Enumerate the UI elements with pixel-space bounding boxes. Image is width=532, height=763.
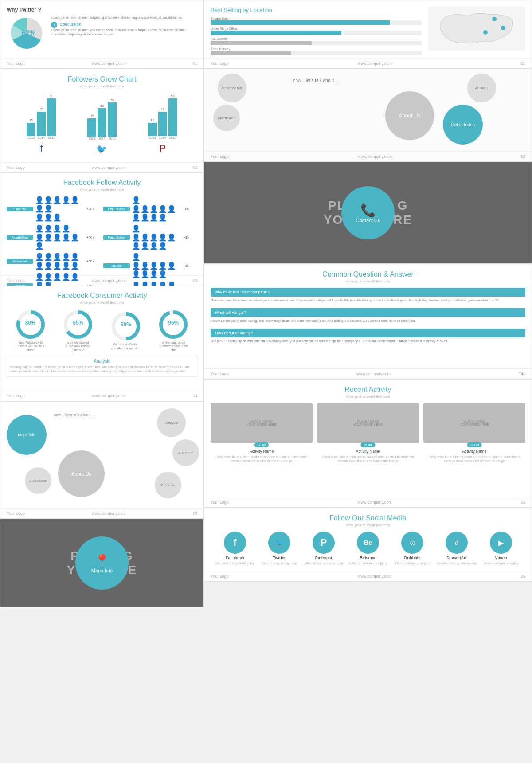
followers-title: Followers Grow Chart	[7, 75, 197, 83]
slide-maps-dark: PL G YOU RE 📍 Maps Info	[0, 519, 204, 607]
bars-row: 35 2013 60 2014 75	[87, 98, 117, 140]
social-sub-twitter: twitter.com/yourcompany	[262, 562, 296, 565]
maps-circle-label: Maps Info	[91, 568, 113, 573]
fb-icons: 👤👤👤👤👤👤👤👤👤👤	[35, 224, 84, 250]
footer-page: 01	[193, 61, 197, 66]
fb-activity-right-col: Republishes 👤👤👤👤👤👤👤👤👤👤 +8k Republishes 👤…	[103, 196, 197, 286]
bar-fill-gray	[211, 51, 291, 55]
footer-page: 05	[521, 500, 525, 505]
svg-point-10	[483, 30, 488, 35]
footer-url: www.company.com	[92, 394, 126, 398]
distribution-bubble-left: Distribution	[25, 467, 51, 494]
activity-cards: PLACE / DRAGYOUR IMAGE HERE 17 Apr Activ…	[211, 403, 525, 463]
donut-80: 80% Your Facebook to Interact with us as…	[15, 309, 46, 352]
bar	[168, 98, 177, 136]
contact-circle: 📞 Contact Us	[341, 186, 395, 239]
bar-label: Flat Elevation	[211, 37, 422, 40]
footer-logo: Your Logo	[211, 61, 229, 66]
social-item-pinterest: P Pinterest pinterest.com/yourcompany	[304, 532, 344, 565]
maps-circle: 📍 Maps Info	[75, 536, 129, 590]
social-item-behance: Be Behance behance.com/yourcompany	[348, 532, 388, 565]
activity-date-1: 17 Apr	[254, 442, 269, 447]
qa-question-3: How about guaranty?	[211, 329, 525, 337]
twitter-title: Why Twitter ?	[7, 7, 197, 13]
social-title: Follow Our Social Media	[211, 514, 525, 522]
fb-label: Purchase	[7, 207, 33, 211]
social-name-facebook: Facebook	[226, 556, 244, 560]
slide-footer: Your Logo www.company.com 02	[204, 151, 532, 161]
social-name-deviantart: DeviantArt	[446, 556, 467, 560]
social-subtitle: write your relevant text here	[211, 523, 525, 527]
bar	[98, 108, 106, 137]
activity-name-1: Activity Name	[249, 449, 274, 454]
footer-url: www.company.com	[358, 61, 392, 66]
footer-logo: Your Logo	[7, 511, 25, 516]
fb-pct: +3k	[183, 235, 196, 239]
analysis-box: Analysis Contrary popular belief, the lo…	[7, 356, 197, 377]
followers-chart: 15 2013 45 2014 98	[7, 94, 197, 154]
fb-row: Interested 👤👤👤👤👤👤👤👤👤👤 +50k	[7, 253, 101, 270]
slide-footer: Your Logo www.company.com 02	[0, 162, 203, 172]
now-talk-text: now... let's talk about ...	[54, 413, 95, 417]
slide-about-left: Maps info About Us now... let's talk abo…	[0, 401, 204, 519]
bar-fill	[211, 31, 341, 35]
fb-pct: +70k	[86, 207, 99, 211]
social-icon-deviantart: ∂	[446, 532, 468, 554]
social-name-vimeo: Vimeo	[495, 556, 507, 560]
bar-list: Sample Data Under Stage Office Flat Elev…	[211, 17, 422, 55]
bar	[87, 118, 96, 137]
bar	[148, 123, 157, 136]
activity-desc-1: Study team have a lorem ipsum color of e…	[211, 455, 313, 463]
social-name-twitter: Twitter	[273, 556, 286, 560]
donut-95: 95% of the population Discover come to b…	[158, 309, 189, 352]
slide-footer: Your Logo www.company.com 01	[204, 58, 532, 68]
analysis-bubble-left: Analysis	[157, 408, 186, 437]
activity-img-3: PLACE / DRAGYOUR IMAGE HERE 06 Oct	[423, 403, 525, 443]
bar	[27, 123, 35, 136]
qa-item-1: why must trust your company ? Since our …	[211, 288, 525, 305]
slide-best-selling: Best Selling by Location Sample Data Und…	[204, 0, 532, 69]
qa-subtitle: write your relevant text here	[211, 279, 525, 283]
bars-row: 15 2013 45 2014 98	[148, 94, 177, 139]
social-icon-vimeo: ▶	[490, 532, 512, 554]
social-sub-dribbble: dribbble.com/yourcompany	[394, 562, 431, 565]
social-grid: f Facebook facebook.com/yourcompany 🐦 Tw…	[211, 532, 525, 565]
footer-url: www.company.com	[358, 500, 392, 505]
fb-activity-left-col: Purchase 👤👤👤👤👤👤👤👤👤👤 +70k Republishes 👤👤👤…	[7, 196, 101, 286]
social-icon-behance: Be	[357, 532, 379, 554]
social-item-dribbble: ⊙ Dribbble dribbble.com/yourcompany	[392, 532, 432, 565]
donut-label: Your Facebook to Interact with us as a b…	[15, 341, 46, 352]
svg-point-8	[492, 17, 497, 21]
social-sub-facebook: facebook.com/yourcompany	[215, 562, 254, 565]
contact-circle-label: Contact Us	[356, 218, 380, 223]
footer-logo: Your Logo	[211, 372, 229, 376]
fb-row: Interest 👤👤👤👤👤👤👤👤👤👤 +1k	[103, 253, 197, 278]
donut-pct: 65%	[73, 320, 83, 326]
bar-track	[211, 20, 422, 25]
bar-track	[211, 31, 422, 35]
bar-item: Sample Data	[211, 17, 422, 25]
analysis-text: Contrary popular belief, the lorem ipsum…	[10, 365, 194, 374]
products-bubble-left: Products	[155, 472, 181, 498]
bar-item: Alcon Hallway	[211, 47, 422, 55]
pinterest-icon: P	[159, 143, 166, 154]
pin-icon: 📍	[94, 553, 110, 568]
bars-row: 15 2013 45 2014 98	[27, 94, 56, 139]
footer-page: 03	[193, 278, 197, 283]
svg-point-9	[501, 26, 505, 30]
footer-url: www.company.com	[358, 574, 392, 579]
activity-card-2: PLACE / DRAGYOUR IMAGE HERE 25 Jun Activ…	[317, 403, 419, 463]
fb-label: Interest	[103, 263, 130, 268]
fb-icons: 👤👤👤👤👤👤👤👤👤👤	[35, 196, 84, 222]
recent-title: Recent Activity	[211, 386, 525, 394]
fb-row: Republishes 👤👤👤👤👤👤👤👤👤👤 +40k	[7, 224, 101, 250]
fb-icons: 👤👤👤👤👤👤👤👤👤👤	[35, 273, 84, 286]
fb-pct: +50k	[86, 259, 99, 263]
map-placeholder	[428, 7, 525, 51]
social-item-deviantart: ∂ DeviantArt deviantart.com/yourcompany	[437, 532, 477, 565]
bar	[37, 112, 46, 136]
social-sub-pinterest: pinterest.com/yourcompany	[305, 562, 343, 565]
bar	[47, 98, 56, 136]
social-icon-twitter: 🐦	[268, 532, 290, 554]
qa-question-1: why must trust your company ?	[211, 288, 525, 297]
